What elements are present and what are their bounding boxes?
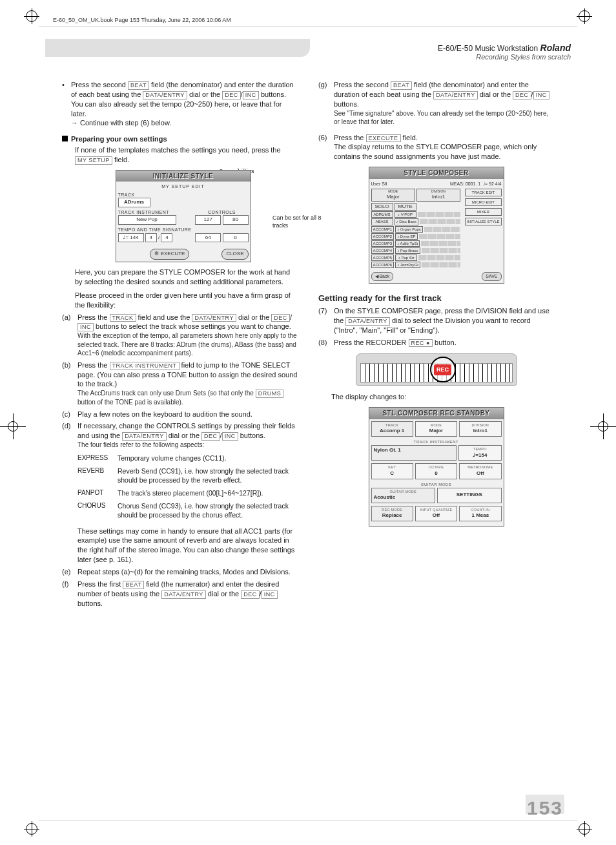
style-composer-screenshot: STYLE COMPOSER User Stl MEAS: 0001. 1 ♩=… — [369, 167, 504, 283]
dec-button: DEC — [222, 91, 241, 99]
init-title: INITIALIZE STYLE — [116, 171, 251, 182]
standby-track[interactable]: Accomp 1 — [374, 428, 411, 435]
callout-all-8-tracks: Can be set for all 8 tracks — [272, 214, 325, 229]
right-column: (g) Press the second BEAT field (the den… — [318, 80, 554, 767]
beat-den-field[interactable]: 4 — [161, 233, 172, 243]
file-header: E-60_50_OM_UK.book Page 153 Thursday, Ju… — [53, 17, 231, 23]
standby-division[interactable]: Intro1 — [462, 428, 498, 435]
micro-edit-button[interactable]: MICRO EDIT — [465, 198, 501, 206]
rec-highlight-icon: REC — [430, 357, 456, 382]
rec-standby-screenshot: STL COMPOSER REC STANDBY TRACKAccomp 1 M… — [369, 407, 504, 527]
standby-octave[interactable]: 0 — [418, 470, 455, 477]
execute-button[interactable]: ⚙ EXECUTE — [150, 249, 189, 260]
list-item[interactable]: ACCOMP1 — [371, 226, 395, 233]
beat-num-field[interactable]: 4 — [145, 233, 157, 243]
track-edit-button[interactable]: TRACK EDIT — [465, 189, 501, 196]
rec-keyboard-figure: REC — [356, 353, 517, 386]
standby-gm-settings[interactable]: SETTINGS — [457, 492, 482, 499]
getting-ready-heading: Getting ready for the first track — [318, 293, 554, 304]
track-instrument-button: TRACK INSTRUMENT — [110, 362, 180, 370]
initialize-style-button[interactable]: INITIALIZE STYLE — [465, 218, 501, 225]
standby-instrument[interactable]: Nylon Gt. 1 — [374, 447, 455, 454]
data-entry-button: DATA/ENTRY — [143, 91, 187, 99]
list-item[interactable]: ADRUMS — [371, 211, 393, 218]
control-panpot[interactable]: 64 — [195, 233, 221, 243]
rec-label: REC — [434, 364, 451, 375]
standby-count-in[interactable]: 1 Meas — [462, 512, 498, 519]
page-number: 153 — [526, 795, 564, 819]
standby-guitar-mode[interactable]: Acoustic — [374, 494, 433, 501]
standby-mode[interactable]: Major — [418, 428, 455, 435]
control-reverb[interactable]: 80 — [223, 215, 249, 225]
my-setup-button: MY SETUP — [75, 156, 112, 165]
mixer-button[interactable]: MIXER — [465, 208, 501, 216]
inc-button: INC — [243, 91, 259, 99]
rec-button: REC ● — [409, 339, 433, 348]
close-button[interactable]: CLOSE — [221, 249, 248, 260]
standby-quantize[interactable]: Off — [418, 512, 455, 519]
preparing-heading: Preparing your own settings — [62, 134, 298, 144]
track-instrument-field[interactable]: New Pop — [118, 215, 176, 225]
mode-field[interactable]: Major — [373, 194, 413, 201]
standby-rec-mode[interactable]: Replace — [374, 512, 411, 519]
standby-key[interactable]: C — [374, 470, 411, 477]
standby-metronome[interactable]: Off — [462, 470, 498, 477]
track-list: ADRUMS♪ V-POP ABASS♪ Disc Bass ACCOMP1♪ … — [371, 211, 461, 268]
track-button: TRACK — [110, 314, 136, 322]
running-header: E-60/E-50 Music Workstation Roland Recor… — [45, 39, 571, 61]
brand-logo: Roland — [540, 43, 571, 53]
product-name: E-60/E-50 Music Workstation — [438, 44, 538, 53]
list-item[interactable]: ABASS — [371, 218, 393, 225]
list-item[interactable]: ACCOMP2 — [371, 233, 395, 240]
solo-button[interactable]: SOLO — [371, 203, 393, 211]
beat-button: BEAT — [128, 81, 149, 90]
division-field[interactable]: Intro1 — [418, 194, 458, 201]
back-button[interactable]: ◀ Back — [371, 272, 394, 280]
tempo-field[interactable]: ♩= 144 — [118, 233, 144, 243]
mute-button[interactable]: MUTE — [395, 203, 416, 211]
save-button[interactable]: SAVE — [482, 272, 501, 280]
list-item[interactable]: ACCOMP6 — [371, 262, 395, 268]
track-field[interactable]: ADrums — [118, 198, 150, 207]
list-item[interactable]: ACCOMP3 — [371, 240, 395, 247]
list-item[interactable]: ACCOMP4 — [371, 247, 395, 254]
drums-button: DRUMS — [256, 390, 284, 398]
execute-field-button: EXECUTE — [366, 134, 401, 143]
initialize-style-screenshot: INITIALIZE STYLE MY SETUP EDIT TRACK ADr… — [116, 170, 251, 262]
standby-tempo[interactable]: ♩=154 — [461, 452, 498, 459]
control-express[interactable]: 127 — [195, 215, 221, 225]
left-column: Press the second BEAT field (the denomin… — [62, 80, 298, 767]
control-chorus[interactable]: 0 — [223, 233, 249, 243]
list-item[interactable]: ACCOMP5 — [371, 255, 395, 261]
